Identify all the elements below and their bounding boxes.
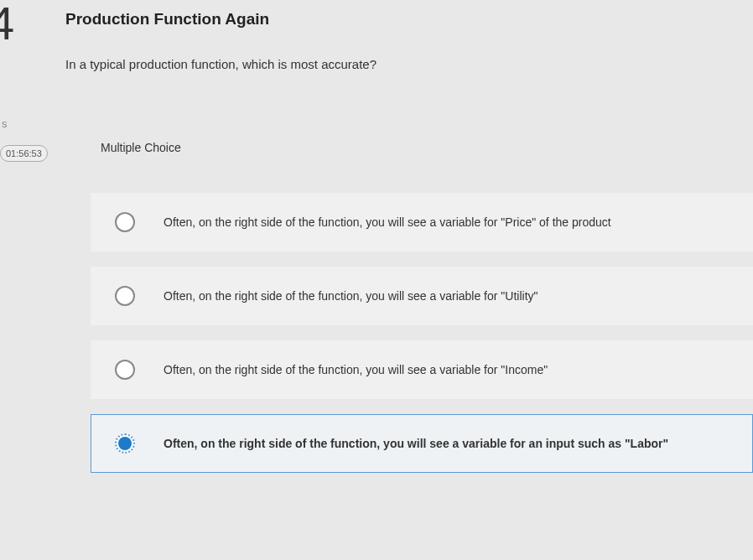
radio-icon	[115, 212, 135, 232]
question-prompt: In a typical production function, which …	[65, 57, 753, 71]
option-4[interactable]: Often, on the right side of the function…	[91, 414, 753, 473]
question-title: Production Function Again	[65, 10, 753, 29]
radio-icon-selected	[115, 433, 135, 454]
question-header: Production Function Again In a typical p…	[65, 10, 753, 96]
left-sidebar: s 01:56:53	[0, 117, 52, 162]
option-text: Often, on the right side of the function…	[164, 437, 668, 450]
question-type-label: Multiple Choice	[101, 141, 181, 154]
option-1[interactable]: Often, on the right side of the function…	[91, 193, 753, 251]
options-container: Often, on the right side of the function…	[91, 193, 753, 488]
option-text: Often, on the right side of the function…	[164, 363, 548, 376]
radio-icon	[115, 286, 135, 306]
option-3[interactable]: Often, on the right side of the function…	[91, 340, 753, 399]
radio-icon	[115, 360, 135, 380]
option-2[interactable]: Often, on the right side of the function…	[91, 267, 753, 325]
question-number: 4	[0, 0, 14, 47]
sidebar-partial-text: s	[2, 117, 52, 130]
option-text: Often, on the right side of the function…	[164, 289, 538, 303]
timer-badge: 01:56:53	[0, 145, 48, 162]
option-text: Often, on the right side of the function…	[164, 215, 611, 229]
